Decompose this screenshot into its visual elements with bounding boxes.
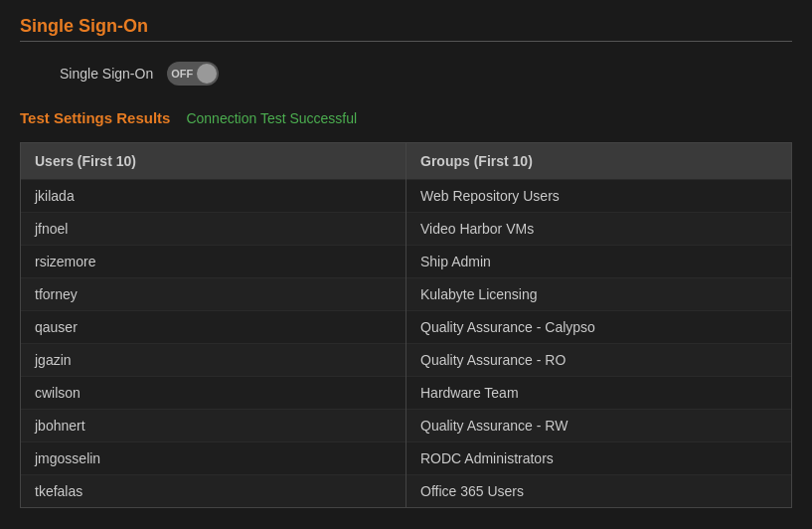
table-row: jmgosselin	[21, 441, 406, 474]
table-row: cwilson	[21, 376, 406, 409]
groups-table-header: Groups (First 10)	[406, 143, 791, 179]
users-table-header: Users (First 10)	[21, 143, 406, 179]
table-row: Ship Admin	[406, 245, 791, 277]
users-table: Users (First 10) jkilada jfnoel rsizemor…	[21, 143, 406, 507]
toggle-text: OFF	[171, 68, 193, 80]
page-title: Single Sign-On	[20, 16, 792, 37]
sso-label: Single Sign-On	[60, 66, 153, 82]
table-row: RODC Administrators	[406, 441, 791, 474]
table-row: rsizemore	[21, 245, 406, 277]
test-results-row: Test Settings Results Connection Test Su…	[20, 109, 792, 126]
sso-toggle[interactable]: OFF	[167, 62, 219, 86]
table-row: tkefalas	[21, 474, 406, 507]
table-row: tforney	[21, 277, 406, 310]
main-container: Single Sign-On Single Sign-On OFF Test S…	[0, 0, 812, 524]
table-row: jbohnert	[21, 409, 406, 441]
table-row: Quality Assurance - Calypso	[406, 310, 791, 343]
toggle-knob	[197, 64, 217, 84]
groups-table: Groups (First 10) Web Repository Users V…	[406, 143, 791, 507]
table-row: Video Harbor VMs	[406, 212, 791, 245]
table-row: Quality Assurance - RW	[406, 409, 791, 441]
sso-row: Single Sign-On OFF	[20, 62, 792, 86]
test-results-label: Test Settings Results	[20, 109, 170, 126]
table-row: qauser	[21, 310, 406, 343]
table-row: Kulabyte Licensing	[406, 277, 791, 310]
results-table: Users (First 10) jkilada jfnoel rsizemor…	[20, 142, 792, 508]
table-row: jgazin	[21, 343, 406, 376]
title-divider	[20, 41, 792, 42]
table-row: Hardware Team	[406, 376, 791, 409]
table-row: jfnoel	[21, 212, 406, 245]
connection-status: Connection Test Successful	[186, 110, 357, 126]
table-row: Web Repository Users	[406, 179, 791, 212]
table-row: Quality Assurance - RO	[406, 343, 791, 376]
table-row: Office 365 Users	[406, 474, 791, 507]
table-row: jkilada	[21, 179, 406, 212]
